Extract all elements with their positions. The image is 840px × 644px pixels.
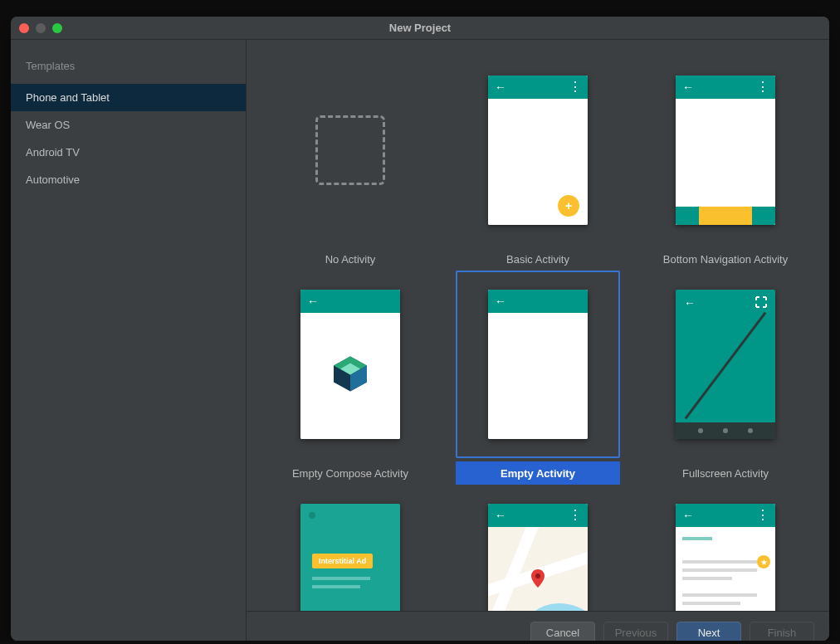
template-empty-compose-activity[interactable]: ← <box>259 271 442 485</box>
previous-button[interactable]: Previous <box>603 622 668 642</box>
phone-body <box>488 313 588 439</box>
template-thumb <box>268 56 432 244</box>
template-fullscreen-activity[interactable]: ← Fullscreen Activity <box>634 271 817 485</box>
sidebar-item-automotive[interactable]: Automotive <box>11 166 246 193</box>
template-caption: Fullscreen Activity <box>643 461 808 485</box>
text-line-icon <box>312 577 370 580</box>
template-google-maps-activity[interactable]: ← ⋮ <box>447 485 629 611</box>
dashed-placeholder-icon <box>315 115 385 185</box>
interstitial-ad-button: Interstitial Ad <box>312 554 373 568</box>
phone-mock: ← ⋮ <box>676 76 775 225</box>
button-label: Next <box>698 627 720 639</box>
button-label: Finish <box>768 627 797 639</box>
phone-mock: ← ⋮ <box>488 504 588 611</box>
back-arrow-icon: ← <box>495 510 506 521</box>
phone-mock: Interstitial Ad <box>300 504 400 611</box>
template-picker: No Activity ← ⋮ + <box>247 40 829 641</box>
template-thumb: ← ⋮ <box>643 485 808 611</box>
text-line-icon <box>682 568 757 572</box>
road-icon <box>488 534 588 597</box>
template-thumb: ← <box>268 271 432 458</box>
template-no-activity[interactable]: No Activity <box>259 56 442 271</box>
svg-point-4 <box>535 573 540 578</box>
appbar: ← ⋮ <box>488 76 588 99</box>
template-thumb: ← <box>456 271 620 458</box>
window-controls <box>19 23 62 33</box>
phone-body <box>488 527 588 611</box>
phone-body <box>676 99 775 225</box>
template-thumb: ← ⋮ <box>643 56 808 244</box>
sidebar-item-label: Phone and Tablet <box>26 91 110 104</box>
sidebar-item-phone-and-tablet[interactable]: Phone and Tablet <box>11 84 246 111</box>
sidebar-item-android-tv[interactable]: Android TV <box>11 139 246 166</box>
template-thumb: Interstitial Ad <box>268 485 432 611</box>
sidebar-item-label: Wear OS <box>26 119 70 131</box>
template-caption: No Activity <box>268 247 432 271</box>
fab-icon: + <box>558 195 579 217</box>
status-dot-icon <box>309 512 315 519</box>
sidebar: Templates Phone and Tablet Wear OS Andro… <box>11 40 247 641</box>
appbar: ← <box>676 290 775 316</box>
template-interstitial-ad[interactable]: Interstitial Ad <box>259 485 442 611</box>
appbar: ← <box>300 290 400 313</box>
window-maximize-button[interactable] <box>52 23 62 33</box>
template-empty-activity[interactable]: ← Empty Activity <box>447 271 629 485</box>
template-thumb: ← ⋮ <box>456 485 620 611</box>
back-arrow-icon: ← <box>682 510 694 521</box>
map-pin-icon <box>531 569 545 588</box>
appbar: ← ⋮ <box>488 504 588 527</box>
template-caption: Basic Activity <box>456 247 620 271</box>
back-arrow-icon: ← <box>495 81 506 93</box>
window-close-button[interactable] <box>19 23 29 33</box>
cancel-button[interactable]: Cancel <box>530 622 595 642</box>
text-line-icon <box>682 593 757 597</box>
more-icon: ⋮ <box>569 80 581 94</box>
sidebar-item-label: Android TV <box>26 146 80 159</box>
more-icon: ⋮ <box>756 509 769 522</box>
appbar: ← ⋮ <box>676 504 775 527</box>
phone-body: + <box>488 99 588 225</box>
back-arrow-icon: ← <box>495 295 506 307</box>
phone-body: ★ G Pay <box>676 527 775 611</box>
fullscreen-icon <box>755 296 767 308</box>
water-icon <box>521 603 588 611</box>
back-arrow-icon: ← <box>684 296 696 310</box>
button-label: Cancel <box>546 627 579 639</box>
back-arrow-icon: ← <box>307 295 319 307</box>
dialog-footer: Cancel Previous Next Finish <box>247 611 829 641</box>
diagonal-line <box>685 312 767 420</box>
phone-mock: ← <box>300 290 400 439</box>
sidebar-item-wear-os[interactable]: Wear OS <box>11 111 246 139</box>
template-thumb: ← ⋮ + <box>456 56 620 244</box>
appbar: ← ⋮ <box>676 76 775 99</box>
phone-body <box>300 313 400 439</box>
phone-mock: ← ⋮ <box>676 504 775 611</box>
template-google-pay-activity[interactable]: ← ⋮ <box>634 485 817 611</box>
template-basic-activity[interactable]: ← ⋮ + Basic Activity <box>447 56 629 271</box>
text-line-icon <box>682 560 757 564</box>
new-project-window: New Project Templates Phone and Tablet W… <box>11 17 829 641</box>
button-label: Previous <box>615 627 657 639</box>
text-line-icon <box>682 577 732 580</box>
nav-bar-icon <box>676 422 775 439</box>
sidebar-item-label: Automotive <box>26 173 80 186</box>
phone-mock: ← <box>488 290 588 439</box>
window-minimize-button[interactable] <box>36 23 46 33</box>
template-caption: Empty Activity <box>456 461 620 485</box>
appbar: ← <box>488 290 588 313</box>
bottom-nav-bar <box>676 207 775 225</box>
template-bottom-navigation-activity[interactable]: ← ⋮ Bottom Navigation Activity <box>634 56 817 271</box>
dialog-body: Templates Phone and Tablet Wear OS Andro… <box>11 40 829 641</box>
next-button[interactable]: Next <box>676 622 741 642</box>
template-caption: Bottom Navigation Activity <box>643 247 808 271</box>
sidebar-header: Templates <box>11 55 246 84</box>
more-icon: ⋮ <box>756 80 769 94</box>
template-caption: Empty Compose Activity <box>268 461 432 485</box>
text-line-icon <box>682 602 740 605</box>
phone-mock: ← <box>676 290 775 439</box>
titlebar: New Project <box>11 17 829 40</box>
finish-button[interactable]: Finish <box>750 622 814 642</box>
text-line-icon <box>312 585 360 588</box>
template-grid: No Activity ← ⋮ + <box>247 40 829 611</box>
more-icon: ⋮ <box>569 509 581 522</box>
